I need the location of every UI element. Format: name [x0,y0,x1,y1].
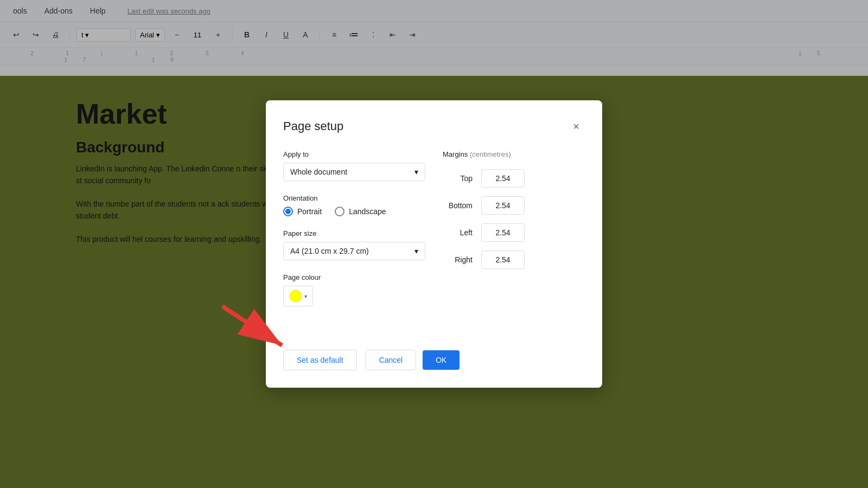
landscape-label: Landscape [349,207,386,216]
modal-overlay: Page setup × Apply to Whole document ▾ O… [0,0,868,488]
portrait-label: Portrait [297,207,322,216]
paper-size-section: Paper size A4 (21.0 cm x 29.7 cm) ▾ [283,229,425,260]
dialog-header: Page setup × [283,118,585,135]
cancel-button[interactable]: Cancel [366,350,417,370]
set-as-default-button[interactable]: Set as default [283,350,357,370]
paper-size-arrow: ▾ [414,247,418,255]
apply-to-dropdown[interactable]: Whole document ▾ [283,163,425,181]
apply-to-label: Apply to [283,150,425,158]
right-margin-label: Right [443,255,473,264]
page-setup-dialog: Page setup × Apply to Whole document ▾ O… [266,100,602,388]
paper-size-label: Paper size [283,229,425,237]
margins-title: Margins (centimetres) [443,150,585,158]
left-margin-row: Left [443,223,585,242]
orientation-section: Orientation Portrait Landscape [283,194,425,216]
dialog-title: Page setup [283,119,343,133]
apply-to-value: Whole document [290,168,347,176]
colour-dropdown-arrow: ▾ [304,293,307,299]
margins-section: Margins (centimetres) Top Bottom Left Ri… [443,150,585,332]
apply-to-arrow: ▾ [414,168,418,176]
paper-size-dropdown[interactable]: A4 (21.0 cm x 29.7 cm) ▾ [283,242,425,260]
close-button[interactable]: × [567,118,585,135]
dialog-body: Apply to Whole document ▾ Orientation Po… [283,150,585,332]
page-colour-section: Page colour ▾ [283,273,425,306]
landscape-option[interactable]: Landscape [335,207,386,216]
margins-unit: (centimetres) [470,150,511,158]
apply-to-section: Apply to Whole document ▾ [283,150,425,181]
margins-label: Margins [443,150,468,158]
footer-action-buttons: Cancel OK [366,350,460,370]
colour-swatch [289,290,302,303]
landscape-radio[interactable] [335,207,344,216]
page-colour-button[interactable]: ▾ [283,286,313,306]
top-margin-input[interactable] [481,169,525,188]
page-colour-label: Page colour [283,273,425,281]
orientation-label: Orientation [283,194,425,202]
dialog-footer: Set as default Cancel OK [283,350,585,370]
left-column: Apply to Whole document ▾ Orientation Po… [283,150,425,306]
top-margin-row: Top [443,169,585,188]
left-margin-label: Left [443,228,473,237]
portrait-option[interactable]: Portrait [283,207,322,216]
orientation-radio-group: Portrait Landscape [283,207,425,216]
top-margin-label: Top [443,174,473,183]
right-margin-input[interactable] [481,251,525,269]
svg-line-1 [222,306,282,345]
left-margin-input[interactable] [481,223,525,242]
ok-button[interactable]: OK [423,350,459,370]
bottom-margin-label: Bottom [443,201,473,210]
bottom-margin-input[interactable] [481,196,525,215]
right-margin-row: Right [443,251,585,269]
bottom-margin-row: Bottom [443,196,585,215]
portrait-radio[interactable] [283,207,293,216]
paper-size-value: A4 (21.0 cm x 29.7 cm) [290,247,369,255]
